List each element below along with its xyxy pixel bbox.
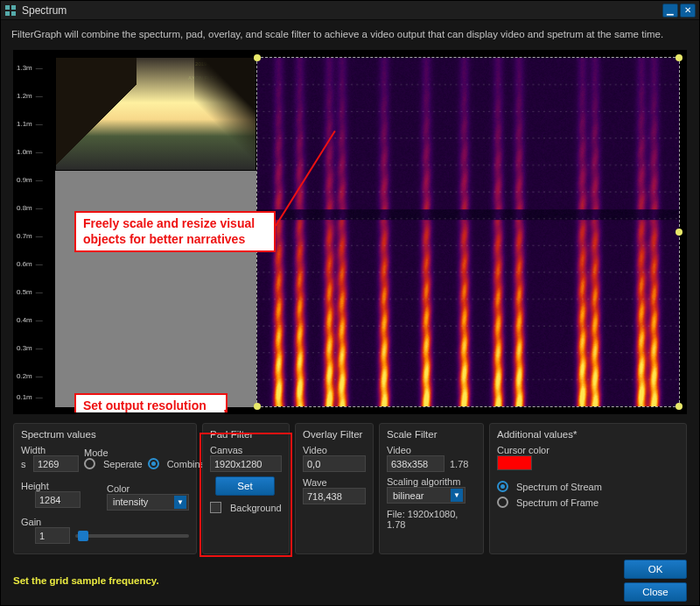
timestamp: 2019-08-30 T03:09.18Z (195, 61, 250, 67)
preview-area: 1.3m 1.2m 1.1m 1.0m 0.9m 0.8m 0.7m 0.6m … (13, 50, 687, 414)
gain-label: Gain (21, 517, 189, 527)
group-heading: Overlay Filter (303, 429, 366, 440)
resize-handle[interactable] (676, 54, 682, 61)
resize-handle[interactable] (676, 229, 682, 236)
algo-value: bilinear (393, 490, 424, 501)
svg-rect-0 (5, 5, 10, 10)
controls-row: Spectrum values Width s Mode Seperate Co… (1, 419, 699, 558)
svg-rect-3 (11, 11, 16, 16)
close-button[interactable]: Close (624, 582, 687, 602)
resize-handle[interactable] (254, 403, 261, 410)
axis-tick: 0.7m (17, 232, 43, 240)
annotation-callout: Set output resolution (74, 393, 228, 414)
mode-label: Mode (84, 447, 206, 458)
app-icon (4, 4, 17, 17)
axis-tick: 1.2m (17, 92, 43, 100)
footer: Set the grid sample frequency. OK Close (1, 558, 699, 605)
color-value: intensity (113, 497, 148, 507)
group-heading: Scale Filter (387, 429, 476, 440)
cursor-color-swatch[interactable] (497, 455, 532, 470)
mode-combine-radio[interactable] (148, 458, 159, 469)
cursor-color-label: Cursor color (497, 445, 679, 455)
scale-video-input[interactable] (387, 455, 444, 472)
annotation-callout: Freely scale and resize visual objects f… (74, 211, 276, 252)
axis-tick: 1.1m (17, 120, 43, 128)
file-info: File: 1920x1080, 1.78 (387, 509, 476, 530)
additional-values-group: Additional values* Cursor color Spectrum… (489, 423, 687, 554)
width-label: Width (21, 445, 79, 455)
group-heading: Additional values* (497, 429, 679, 440)
axis-tick: 0.9m (17, 176, 43, 184)
axis-tick: 1.3m (17, 64, 43, 72)
axis-tick: 0.3m (17, 344, 43, 352)
width-input[interactable] (33, 455, 79, 472)
annotation-outline (200, 433, 292, 557)
close-window-button[interactable]: ✕ (680, 4, 696, 18)
chevron-down-icon: ▼ (174, 496, 186, 509)
pad-filter-group: Pad Filter Canvas Set Background (202, 423, 290, 554)
axis-tick: 0.2m (17, 372, 43, 380)
color-select[interactable]: intensity ▼ (107, 494, 189, 511)
spectrum-frame-radio[interactable] (497, 497, 508, 508)
axis-tick: 0.6m (17, 260, 43, 268)
status-hint: Set the grid sample frequency. (13, 575, 624, 586)
minimize-button[interactable]: ▁ (662, 4, 678, 18)
ovl-wave-input[interactable] (303, 488, 366, 504)
ovl-wave-label: Wave (303, 477, 366, 488)
mode-seperate-radio[interactable] (84, 458, 95, 469)
ovl-video-input[interactable] (303, 455, 366, 472)
spectrum-stream-radio[interactable] (497, 481, 508, 492)
window-title: Spectrum (22, 4, 66, 17)
video-thumbnail: 2019-08-30 T03:09.18Z AXON FLEX 2 X83878… (55, 57, 256, 171)
mode-seperate-label: Seperate (103, 459, 143, 469)
axis-tick: 0.4m (17, 316, 43, 324)
gain-input[interactable] (35, 527, 70, 544)
axis-tick: 0.1m (17, 393, 43, 401)
description-text: FilterGraph will combine the specturm, p… (1, 20, 699, 45)
height-input[interactable] (35, 491, 80, 508)
resize-handle[interactable] (676, 403, 682, 410)
scale-filter-group: Scale Filter Video 1.78 Scaling algorith… (379, 423, 484, 554)
axis-tick: 1.0m (17, 148, 43, 156)
scale-ratio: 1.78 (450, 459, 468, 469)
color-label: Color (107, 483, 189, 494)
svg-rect-1 (11, 5, 16, 10)
y-axis: 1.3m 1.2m 1.1m 1.0m 0.9m 0.8m 0.7m 0.6m … (15, 57, 53, 407)
spectrum-stream-label: Spectrum of Stream (516, 482, 602, 492)
scale-video-label: Video (387, 445, 476, 455)
algo-select[interactable]: bilinear ▼ (387, 487, 466, 504)
ovl-video-label: Video (303, 445, 366, 455)
axis-tick: 0.5m (17, 288, 43, 296)
device-stamp: AXON FLEX 2 X83878783 (188, 75, 250, 81)
group-heading: Spectrum values (21, 429, 189, 440)
spectrum-values-group: Spectrum values Width s Mode Seperate Co… (13, 423, 197, 554)
slider-thumb[interactable] (78, 531, 88, 541)
spectrum-frame-label: Spectrum of Frame (516, 497, 598, 508)
overlay-filter-group: Overlay Filter Video Wave (295, 423, 374, 554)
annotation-arrow (224, 410, 249, 414)
svg-rect-2 (5, 11, 10, 16)
spectrogram[interactable] (256, 57, 680, 407)
spectrum-window: Spectrum ▁ ✕ FilterGraph will combine th… (0, 0, 700, 606)
algo-label: Scaling algorithm (387, 476, 476, 487)
ok-button[interactable]: OK (624, 560, 687, 579)
axis-tick: 0.8m (17, 204, 43, 212)
titlebar: Spectrum ▁ ✕ (1, 1, 699, 20)
chevron-down-icon: ▼ (451, 489, 463, 502)
height-label: Height (21, 481, 102, 491)
gain-slider[interactable] (75, 534, 189, 538)
